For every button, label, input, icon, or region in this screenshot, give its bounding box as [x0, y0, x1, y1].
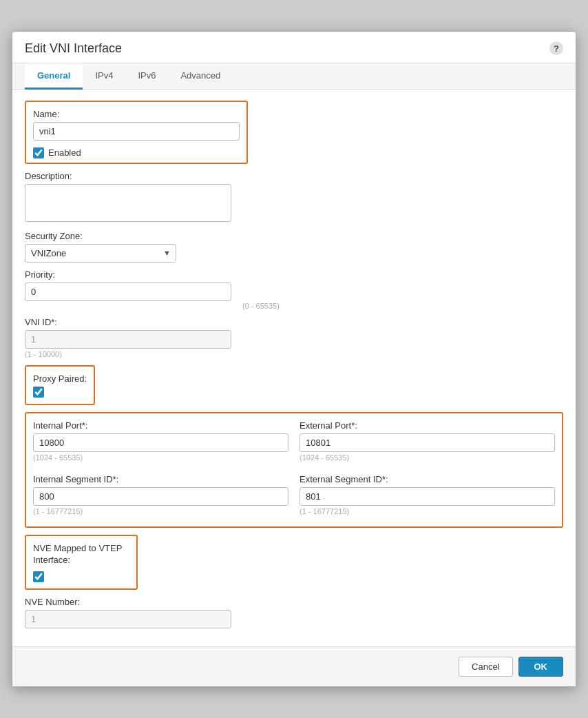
dialog-title: Edit VNI Interface: [25, 41, 122, 56]
external-port-label: External Port*:: [300, 420, 555, 431]
priority-label: Priority:: [25, 269, 563, 280]
vni-id-field-group: VNI ID*: (1 - 10000): [25, 317, 563, 358]
nve-number-label: NVE Number:: [25, 597, 563, 607]
nve-mapped-checkbox[interactable]: [33, 571, 44, 582]
external-segment-input[interactable]: [300, 487, 555, 506]
port-row: Internal Port*: (1024 - 65535) External …: [33, 420, 555, 469]
priority-input-wrap: [25, 283, 231, 301]
description-label: Description:: [25, 171, 563, 181]
enabled-checkbox-row: Enabled: [33, 147, 240, 158]
vni-id-hint: (1 - 10000): [25, 350, 563, 358]
proxy-paired-checkbox[interactable]: [33, 387, 44, 398]
internal-segment-field-group: Internal Segment ID*: (1 - 16777215): [33, 474, 288, 515]
tab-general[interactable]: General: [25, 63, 83, 90]
internal-port-hint: (1024 - 65535): [33, 453, 288, 462]
tab-advanced[interactable]: Advanced: [168, 63, 233, 90]
external-segment-label: External Segment ID*:: [300, 474, 555, 484]
priority-row: (0 - 65535): [25, 283, 563, 310]
external-port-input[interactable]: [300, 433, 555, 452]
internal-segment-input[interactable]: [33, 487, 288, 506]
name-enabled-group: Name: Enabled: [25, 101, 248, 164]
vni-id-input: [25, 330, 231, 349]
security-zone-select[interactable]: VNIZone: [25, 244, 176, 263]
external-segment-hint: (1 - 16777215): [300, 507, 555, 515]
internal-port-label: Internal Port*:: [33, 420, 288, 431]
internal-port-input[interactable]: [33, 433, 288, 452]
security-zone-label: Security Zone:: [25, 231, 563, 241]
security-zone-field-group: Security Zone: VNIZone ▼: [25, 231, 563, 263]
external-port-field-group: External Port*: (1024 - 65535): [300, 420, 555, 462]
cancel-button[interactable]: Cancel: [459, 657, 512, 677]
priority-hint: (0 - 65535): [242, 302, 280, 310]
tab-ipv6[interactable]: IPv6: [125, 63, 168, 90]
priority-input[interactable]: [25, 283, 231, 301]
nve-mapped-group: NVE Mapped to VTEP Interface:: [25, 535, 138, 591]
vni-id-label: VNI ID*:: [25, 317, 563, 327]
proxy-paired-group: Proxy Paired:: [25, 365, 95, 405]
internal-port-field-group: Internal Port*: (1024 - 65535): [33, 420, 288, 462]
ok-button[interactable]: OK: [518, 657, 564, 677]
enabled-checkbox[interactable]: [33, 147, 44, 158]
port-segment-group: Internal Port*: (1024 - 65535) External …: [25, 412, 563, 528]
tabs-bar: General IPv4 IPv6 Advanced: [12, 63, 576, 90]
dialog-body: Name: Enabled Description: Security Zone…: [12, 90, 576, 647]
nve-number-field-group: NVE Number:: [25, 597, 563, 628]
internal-segment-label: Internal Segment ID*:: [33, 474, 288, 484]
enabled-label: Enabled: [48, 147, 81, 158]
dialog-footer: Cancel OK: [12, 646, 576, 686]
dialog-header: Edit VNI Interface ?: [12, 32, 576, 63]
name-input[interactable]: [33, 122, 240, 141]
segment-row: Internal Segment ID*: (1 - 16777215) Ext…: [33, 474, 555, 522]
description-field-group: Description:: [25, 171, 563, 224]
tab-ipv4[interactable]: IPv4: [83, 63, 125, 90]
edit-vni-dialog: Edit VNI Interface ? General IPv4 IPv6 A…: [12, 31, 576, 688]
priority-field-group: Priority: (0 - 65535): [25, 269, 563, 310]
name-label: Name:: [33, 109, 240, 119]
name-field-group: Name:: [33, 109, 240, 141]
security-zone-select-wrapper: VNIZone ▼: [25, 244, 176, 263]
proxy-paired-label: Proxy Paired:: [33, 373, 87, 384]
external-port-hint: (1024 - 65535): [300, 453, 555, 462]
description-input[interactable]: [25, 184, 231, 222]
external-segment-field-group: External Segment ID*: (1 - 16777215): [300, 474, 555, 515]
nve-mapped-label: NVE Mapped to VTEP Interface:: [33, 543, 129, 566]
help-icon[interactable]: ?: [549, 41, 563, 55]
internal-segment-hint: (1 - 16777215): [33, 507, 288, 515]
nve-number-input: [25, 610, 231, 628]
